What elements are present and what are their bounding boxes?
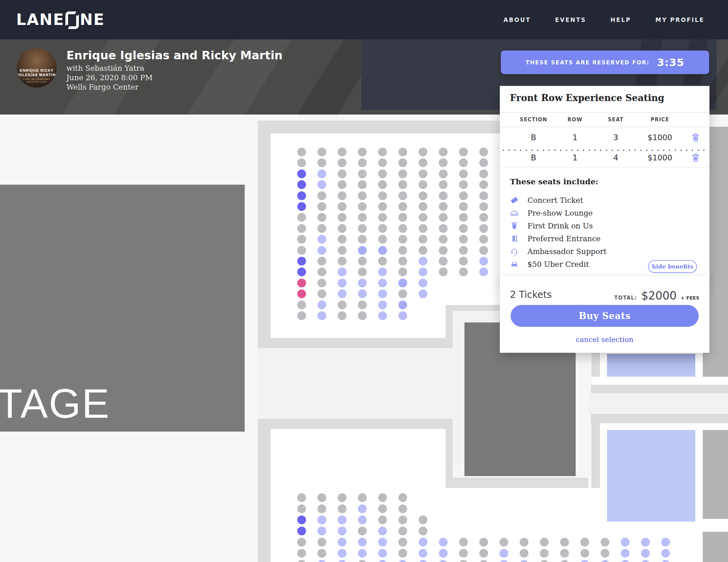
- seat-dot[interactable]: [378, 538, 387, 547]
- seat-dot[interactable]: [297, 538, 306, 547]
- seat-dot[interactable]: [317, 493, 326, 502]
- seat-dot[interactable]: [398, 493, 407, 502]
- seat-dot[interactable]: [378, 493, 387, 502]
- seat-dot[interactable]: [439, 538, 448, 547]
- nav-item-help[interactable]: HELP: [610, 17, 631, 23]
- seat-dot[interactable]: [358, 549, 367, 558]
- seat-dot[interactable]: [540, 538, 549, 547]
- seat-dot[interactable]: [378, 560, 387, 562]
- seat-dot[interactable]: [419, 560, 427, 562]
- total-value: $2000: [641, 289, 677, 302]
- hide-benefits-button[interactable]: hide benefits: [648, 260, 697, 273]
- seat-dot[interactable]: [601, 549, 609, 558]
- seat-dot[interactable]: [297, 493, 306, 502]
- seat-dot[interactable]: [479, 560, 488, 562]
- nav-item-events[interactable]: EVENTS: [555, 17, 586, 23]
- seat-dot[interactable]: [580, 560, 589, 562]
- seat-dot[interactable]: [459, 538, 468, 547]
- headset-icon: [510, 247, 519, 256]
- seat-dot[interactable]: [601, 538, 609, 547]
- seat-dot[interactable]: [661, 560, 670, 562]
- seat-dot[interactable]: [338, 504, 346, 513]
- seat-dot[interactable]: [358, 527, 367, 535]
- seat-dot[interactable]: [520, 549, 528, 558]
- seat-dot[interactable]: [317, 504, 326, 513]
- seat-dot[interactable]: [601, 560, 609, 562]
- seat-dot[interactable]: [317, 516, 326, 524]
- seat-dot[interactable]: [317, 560, 326, 562]
- seat-dot[interactable]: [580, 538, 589, 547]
- seat-dot[interactable]: [419, 538, 427, 547]
- nav-item-about[interactable]: ABOUT: [504, 17, 531, 23]
- seat-dot[interactable]: [560, 549, 569, 558]
- seat-dot[interactable]: [479, 538, 488, 547]
- seat-dot[interactable]: [398, 549, 407, 558]
- seat-dot[interactable]: [398, 560, 407, 562]
- seat-dot[interactable]: [439, 549, 448, 558]
- remove-seat-button[interactable]: [691, 153, 700, 162]
- seat-dot[interactable]: [661, 538, 670, 547]
- seat-dot[interactable]: [560, 560, 569, 562]
- seat-dot[interactable]: [317, 538, 326, 547]
- seat-dot[interactable]: [338, 493, 346, 502]
- seat-dot[interactable]: [459, 560, 468, 562]
- seat-dot[interactable]: [560, 538, 569, 547]
- nav-item-profile[interactable]: MY PROFILE: [655, 17, 704, 23]
- seat-dot[interactable]: [338, 549, 346, 558]
- seat-dot[interactable]: [358, 538, 367, 547]
- remove-seat-button[interactable]: [691, 133, 700, 142]
- seat-dot[interactable]: [580, 549, 589, 558]
- seat-dot[interactable]: [499, 549, 508, 558]
- seat-dot[interactable]: [621, 560, 630, 562]
- buy-seats-button[interactable]: Buy Seats: [511, 305, 699, 327]
- cancel-selection-link[interactable]: cancel selection: [500, 336, 709, 344]
- seat-dot[interactable]: [419, 516, 427, 524]
- seat-dot[interactable]: [621, 538, 630, 547]
- seat-dot[interactable]: [641, 538, 650, 547]
- seat-dot[interactable]: [378, 516, 387, 524]
- seat-dot[interactable]: [358, 560, 367, 562]
- seat-dot[interactable]: [378, 549, 387, 558]
- seat-dot[interactable]: [358, 504, 367, 513]
- seat-dot[interactable]: [661, 549, 670, 558]
- seat-dot[interactable]: [398, 538, 407, 547]
- seat-dot[interactable]: [499, 538, 508, 547]
- seat-dot[interactable]: [378, 504, 387, 513]
- seat-dot[interactable]: [297, 516, 306, 524]
- seat-dot[interactable]: [439, 560, 448, 562]
- seat-dot[interactable]: [520, 560, 528, 562]
- benefit-item: $50 Uber Credit: [510, 258, 651, 271]
- seat-dot[interactable]: [398, 504, 407, 513]
- seat-dot[interactable]: [338, 560, 346, 562]
- seat-dot[interactable]: [317, 549, 326, 558]
- seat-dot[interactable]: [621, 549, 630, 558]
- seat-dot[interactable]: [358, 493, 367, 502]
- seat-dot[interactable]: [398, 516, 407, 524]
- seat-dot[interactable]: [338, 527, 346, 535]
- seat-dot[interactable]: [297, 560, 306, 562]
- seat-dot[interactable]: [540, 549, 549, 558]
- seat-dot[interactable]: [499, 560, 508, 562]
- seat-dot[interactable]: [520, 538, 528, 547]
- seat-dot[interactable]: [641, 549, 650, 558]
- seat-dot[interactable]: [419, 527, 427, 535]
- seat-dot[interactable]: [317, 527, 326, 535]
- seat-dot[interactable]: [338, 516, 346, 524]
- benefit-item: Concert Ticket: [510, 194, 651, 207]
- seat-dot[interactable]: [378, 527, 387, 535]
- seat-dot[interactable]: [540, 560, 549, 562]
- seat-dot[interactable]: [419, 549, 427, 558]
- seat-dot[interactable]: [297, 549, 306, 558]
- seat-dot[interactable]: [297, 527, 306, 535]
- seat-row-seat: 4: [613, 153, 618, 162]
- brand-logo[interactable]: LANENE: [16, 9, 105, 30]
- seat-dot[interactable]: [358, 516, 367, 524]
- seat-dot[interactable]: [297, 504, 306, 513]
- seat-dot[interactable]: [338, 538, 346, 547]
- seat-dot[interactable]: [398, 527, 407, 535]
- seat-dot[interactable]: [479, 549, 488, 558]
- seat-dot[interactable]: [459, 549, 468, 558]
- column-header-row: ROW: [568, 117, 582, 123]
- event-support-act: with Sebastián Yatra: [66, 64, 144, 72]
- seat-dot[interactable]: [641, 560, 650, 562]
